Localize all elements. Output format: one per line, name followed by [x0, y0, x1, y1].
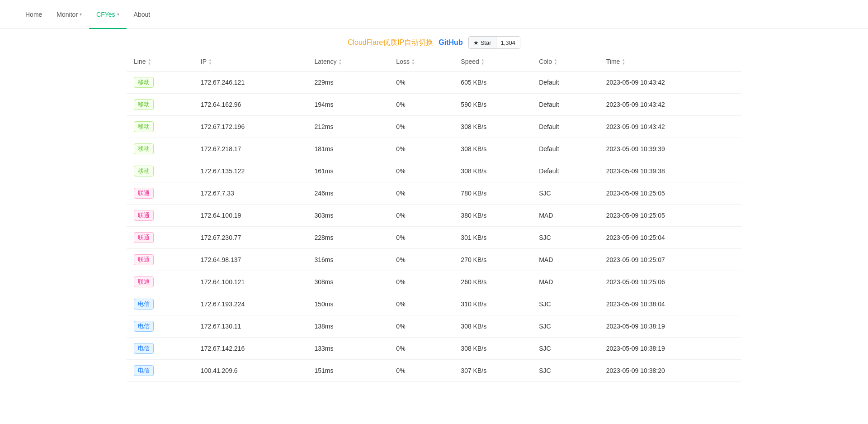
loss-cell: 0%	[389, 315, 453, 338]
loss-cell: 0%	[389, 182, 453, 205]
speed-cell: 780 KB/s	[453, 182, 532, 205]
line-badge: 移动	[134, 99, 154, 110]
latency-cell: 212ms	[307, 116, 389, 138]
time-cell: 2023-05-09 10:43:42	[599, 71, 741, 94]
colo-cell: SJC	[532, 227, 599, 249]
latency-cell: 229ms	[307, 71, 389, 94]
line-badge: 电信	[134, 299, 154, 310]
ip-cell: 172.67.246.121	[193, 71, 307, 94]
star-button[interactable]: ★ Star	[469, 37, 496, 48]
ip-cell: 172.67.218.17	[193, 138, 307, 160]
ip-cell: 172.67.7.33	[193, 182, 307, 205]
table-container: Line▲▼IP▲▼Latency▲▼Loss▲▼Speed▲▼Colo▲▼Ti…	[0, 52, 868, 382]
ip-cell: 172.67.172.196	[193, 116, 307, 138]
loss-cell: 0%	[389, 205, 453, 227]
line-cell: 移动	[127, 116, 193, 138]
ip-cell: 172.67.142.216	[193, 338, 307, 360]
col-header-line[interactable]: Line▲▼	[127, 52, 193, 71]
time-cell: 2023-05-09 10:38:04	[599, 293, 741, 315]
speed-cell: 260 KB/s	[453, 271, 532, 293]
latency-cell: 161ms	[307, 160, 389, 182]
time-cell: 2023-05-09 10:25:06	[599, 271, 741, 293]
navbar: HomeMonitor▾CFYes▾About	[0, 0, 868, 29]
table-row: 联通172.64.100.121308ms0%260 KB/sMAD2023-0…	[127, 271, 741, 293]
speed-cell: 380 KB/s	[453, 205, 532, 227]
time-cell: 2023-05-09 10:38:20	[599, 360, 741, 382]
latency-cell: 181ms	[307, 138, 389, 160]
ip-cell: 100.41.209.6	[193, 360, 307, 382]
table-row: 联通172.64.100.19303ms0%380 KB/sMAD2023-05…	[127, 205, 741, 227]
col-header-speed[interactable]: Speed▲▼	[453, 52, 532, 71]
latency-cell: 194ms	[307, 94, 389, 116]
line-cell: 联通	[127, 271, 193, 293]
line-badge: 移动	[134, 166, 154, 176]
line-badge: 联通	[134, 188, 154, 199]
speed-cell: 308 KB/s	[453, 160, 532, 182]
line-cell: 移动	[127, 94, 193, 116]
latency-cell: 303ms	[307, 205, 389, 227]
speed-cell: 308 KB/s	[453, 138, 532, 160]
star-badge: ★ Star 1,304	[468, 36, 520, 49]
loss-cell: 0%	[389, 160, 453, 182]
table-row: 移动172.67.218.17181ms0%308 KB/sDefault202…	[127, 138, 741, 160]
table-body: 移动172.67.246.121229ms0%605 KB/sDefault20…	[127, 71, 741, 382]
colo-cell: MAD	[532, 249, 599, 271]
nav-item-cfyes[interactable]: CFYes▾	[89, 0, 127, 29]
line-cell: 移动	[127, 138, 193, 160]
latency-cell: 151ms	[307, 360, 389, 382]
table-row: 电信172.67.142.216133ms0%308 KB/sSJC2023-0…	[127, 338, 741, 360]
star-count: 1,304	[496, 37, 520, 48]
line-badge: 联通	[134, 254, 154, 265]
loss-cell: 0%	[389, 227, 453, 249]
speed-cell: 308 KB/s	[453, 338, 532, 360]
col-header-loss[interactable]: Loss▲▼	[389, 52, 453, 71]
time-cell: 2023-05-09 10:43:42	[599, 116, 741, 138]
latency-cell: 138ms	[307, 315, 389, 338]
sort-icon: ▲▼	[339, 58, 342, 66]
speed-cell: 605 KB/s	[453, 71, 532, 94]
page-title: CloudFlare优质IP自动切换	[348, 38, 433, 48]
speed-cell: 307 KB/s	[453, 360, 532, 382]
ip-cell: 172.67.135.122	[193, 160, 307, 182]
nav-item-monitor[interactable]: Monitor▾	[49, 0, 89, 29]
colo-cell: Default	[532, 138, 599, 160]
table-row: 电信100.41.209.6151ms0%307 KB/sSJC2023-05-…	[127, 360, 741, 382]
latency-cell: 150ms	[307, 293, 389, 315]
colo-cell: Default	[532, 116, 599, 138]
time-cell: 2023-05-09 10:39:38	[599, 160, 741, 182]
colo-cell: SJC	[532, 315, 599, 338]
ip-cell: 172.67.193.224	[193, 293, 307, 315]
chevron-down-icon: ▾	[117, 12, 119, 17]
line-cell: 电信	[127, 338, 193, 360]
speed-cell: 310 KB/s	[453, 293, 532, 315]
latency-cell: 308ms	[307, 271, 389, 293]
loss-cell: 0%	[389, 293, 453, 315]
loss-cell: 0%	[389, 116, 453, 138]
table-row: 联通172.67.7.33246ms0%780 KB/sSJC2023-05-0…	[127, 182, 741, 205]
time-cell: 2023-05-09 10:25:05	[599, 205, 741, 227]
time-cell: 2023-05-09 10:25:07	[599, 249, 741, 271]
time-cell: 2023-05-09 10:38:19	[599, 315, 741, 338]
nav-item-about[interactable]: About	[127, 0, 158, 29]
colo-cell: SJC	[532, 182, 599, 205]
colo-cell: SJC	[532, 338, 599, 360]
line-cell: 电信	[127, 360, 193, 382]
loss-cell: 0%	[389, 71, 453, 94]
col-header-ip[interactable]: IP▲▼	[193, 52, 307, 71]
nav-item-home[interactable]: Home	[18, 0, 49, 29]
speed-cell: 590 KB/s	[453, 94, 532, 116]
col-header-colo[interactable]: Colo▲▼	[532, 52, 599, 71]
line-badge: 电信	[134, 343, 154, 354]
colo-cell: MAD	[532, 205, 599, 227]
speed-cell: 301 KB/s	[453, 227, 532, 249]
col-header-time[interactable]: Time▲▼	[599, 52, 741, 71]
col-header-latency[interactable]: Latency▲▼	[307, 52, 389, 71]
line-badge: 联通	[134, 210, 154, 221]
github-link[interactable]: GitHub	[439, 38, 462, 47]
ip-cell: 172.64.100.121	[193, 271, 307, 293]
table-row: 移动172.67.246.121229ms0%605 KB/sDefault20…	[127, 71, 741, 94]
line-cell: 联通	[127, 182, 193, 205]
star-icon: ★	[473, 39, 479, 46]
loss-cell: 0%	[389, 249, 453, 271]
colo-cell: SJC	[532, 293, 599, 315]
